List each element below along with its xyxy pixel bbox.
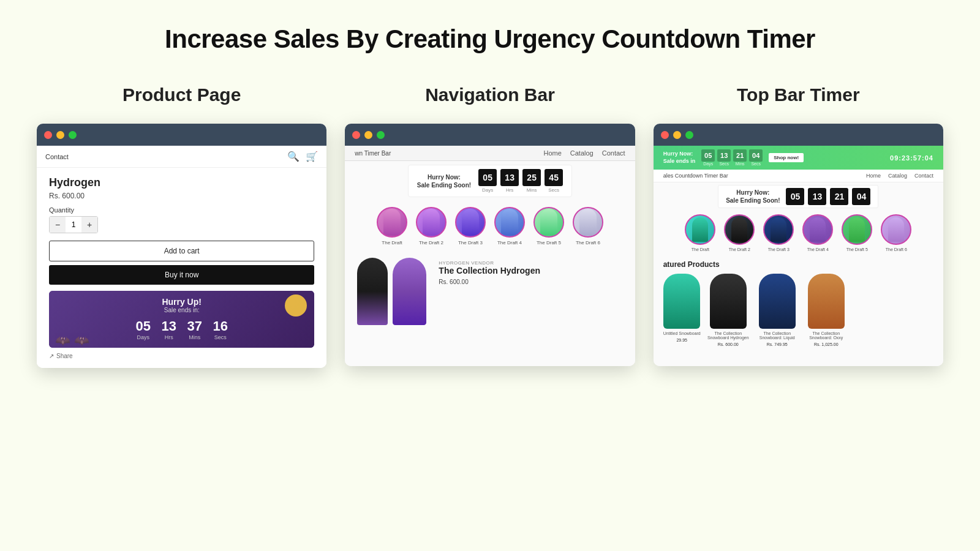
product-circle-5[interactable]: The Draft 5 (533, 207, 564, 246)
shop-now-button[interactable]: Shop now! (769, 153, 804, 162)
product-page-browser: Contact 🔍 🛒 Hydrogen Rs. 600.00 Quantity… (37, 124, 326, 368)
nav-block-secs: 45 Secs (545, 169, 563, 193)
circle-img-4 (494, 207, 525, 238)
topbar-block-mins: 21 Mins (733, 149, 747, 166)
qty-minus[interactable]: − (50, 217, 66, 233)
nav-home[interactable]: Home (543, 149, 561, 157)
nav-block-mins: 25 Mins (522, 169, 541, 193)
product-page-content: Contact 🔍 🛒 Hydrogen Rs. 600.00 Quantity… (37, 146, 326, 368)
page-title: Increase Sales By Creating Urgency Count… (37, 24, 943, 54)
nav-countdown-bar: Hurry Now: Sale Ending Soon! 05 Days 13 (345, 161, 635, 201)
topbar-circle-img-1 (685, 214, 715, 245)
sections-row: Product Page Contact 🔍 🛒 (37, 84, 943, 368)
quantity-stepper: − 1 + (49, 216, 98, 233)
snowboard-purple (393, 258, 426, 325)
nav-countdown-text: Hurry Now: Sale Ending Soon! (417, 173, 471, 189)
fp4-img (808, 274, 845, 329)
topbar-circle-3[interactable]: The Draft 3 (763, 214, 794, 252)
section-top-bar-timer-title: Top Bar Timer (737, 84, 860, 105)
top-bar-timer-content: Hurry Now: Sale ends in 05 Days 13 (654, 146, 943, 366)
topbar-block-hrs: 13 Secs (717, 149, 731, 166)
circle-img-6 (573, 207, 603, 238)
nav-contact[interactable]: Contact (602, 149, 625, 157)
product-circle-4[interactable]: The Draft 4 (494, 207, 525, 246)
dot-yellow[interactable] (364, 131, 372, 139)
countdown-secs: 16 Secs (211, 318, 230, 340)
featured-title: atured Products (663, 260, 933, 269)
product-circle-3[interactable]: The Draft 3 (455, 207, 486, 246)
nav-brand: wn Timer Bar (355, 150, 391, 157)
navigation-bar-content: wn Timer Bar Home Catalog Contact Hurry … (345, 146, 635, 366)
countdown-hrs: 13 Hrs (159, 318, 179, 340)
topbar-nav-contact[interactable]: Contact (914, 173, 933, 179)
countdown-blocks: 05 Days 13 Hrs 37 Mins (58, 318, 306, 340)
topbar-inner-countdown: Hurry Now: Sale Ending Soon! 05 13 (654, 182, 943, 211)
topbar-hurry-text: Hurry Now: Sale ends in (663, 151, 696, 165)
topbar-circle-1[interactable]: The Draft (685, 214, 715, 252)
fp1-img (663, 274, 700, 329)
share-label[interactable]: Share (56, 353, 73, 359)
browser-titlebar-product (37, 124, 326, 146)
topbar-nav-home[interactable]: Home (866, 173, 881, 179)
topbar-block-secs: 04 Secs (749, 149, 763, 166)
topbar-nav-catalog[interactable]: Catalog (888, 173, 907, 179)
featured-product-2[interactable]: The Collection Snowboard Hydrogen Rs. 60… (707, 274, 750, 347)
dot-green[interactable] (685, 131, 693, 139)
topbar-circle-img-3 (763, 214, 794, 245)
share-row: ↗ Share (49, 353, 314, 359)
topbar-circle-5[interactable]: The Draft 5 (842, 214, 872, 252)
featured-product-1[interactable]: Untitled Snowboard 29.95 (663, 274, 701, 347)
search-icon[interactable]: 🔍 (287, 151, 300, 162)
topbar-circle-2[interactable]: The Draft 2 (724, 214, 755, 252)
section-product-page-title: Product Page (123, 84, 241, 105)
cart-icon[interactable]: 🛒 (306, 151, 318, 162)
product-price: Rs. 600.00 (49, 192, 314, 200)
dot-red[interactable] (44, 131, 52, 139)
countdown-mins: 37 Mins (185, 318, 205, 340)
topbar-inner-countdown-bar: Hurry Now: Sale Ending Soon! 05 13 (718, 185, 878, 208)
buy-now-button[interactable]: Buy it now (49, 265, 314, 285)
topbar-green-bar: Hurry Now: Sale ends in 05 Days 13 (654, 146, 943, 170)
featured-product-3[interactable]: The Collection Snowboard: Liquid Rs. 749… (756, 274, 799, 347)
dot-green[interactable] (69, 131, 77, 139)
share-icon: ↗ (49, 353, 54, 359)
topbar-inner-block-mins: 21 (830, 188, 848, 205)
section-navigation-bar: Navigation Bar wn Timer Bar Home Catalog… (345, 84, 635, 366)
page-wrapper: Increase Sales By Creating Urgency Count… (0, 0, 980, 392)
product-nav: Contact 🔍 🛒 (37, 146, 326, 168)
dot-red[interactable] (352, 131, 360, 139)
featured-product-4[interactable]: The Collection Snowboard: Oxxy Rs. 1,025… (805, 274, 848, 347)
product-circle-6[interactable]: The Draft 6 (573, 207, 603, 246)
qty-value: 1 (66, 220, 81, 229)
product-circle-2[interactable]: The Draft 2 (416, 207, 447, 246)
navigation-bar-browser: wn Timer Bar Home Catalog Contact Hurry … (345, 124, 635, 366)
add-to-cart-button[interactable]: Add to cart (49, 241, 314, 261)
product-body: Hydrogen Rs. 600.00 Quantity − 1 + Add t… (37, 168, 326, 368)
nav-top-bar: wn Timer Bar Home Catalog Contact (345, 146, 635, 161)
topbar-inner-block-hrs: 13 (808, 188, 826, 205)
contact-link[interactable]: Contact (45, 153, 69, 160)
dot-yellow[interactable] (673, 131, 681, 139)
nav-countdown-inner: Hurry Now: Sale Ending Soon! 05 Days 13 (408, 165, 572, 197)
dot-yellow[interactable] (56, 131, 64, 139)
section-top-bar-timer: Top Bar Timer Hurry Now: Sale ends in (654, 84, 943, 366)
product-circle-1[interactable]: The Draft (377, 207, 407, 246)
countdown-widget: 🦇 🦇 Hurry Up! Sale ends in: 05 Days 13 (49, 291, 314, 348)
circle-img-5 (533, 207, 564, 238)
countdown-title: Hurry Up! (58, 297, 306, 307)
topbar-featured: atured Products Untitled Snowboard 29.95… (654, 255, 943, 351)
browser-titlebar-topbar (654, 124, 943, 146)
section-navigation-bar-title: Navigation Bar (425, 84, 555, 105)
fp3-img (759, 274, 796, 329)
topbar-product-circles: The Draft The Draft 2 The (654, 211, 943, 255)
section-product-page: Product Page Contact 🔍 🛒 (37, 84, 326, 368)
nav-catalog[interactable]: Catalog (570, 149, 594, 157)
topbar-inner-block-days: 05 (786, 188, 804, 205)
countdown-days: 05 Days (134, 318, 153, 340)
topbar-circle-6[interactable]: The Draft 6 (881, 214, 911, 252)
dot-green[interactable] (377, 131, 385, 139)
topbar-nav: ales Countdown Timer Bar Home Catalog Co… (654, 170, 943, 182)
dot-red[interactable] (661, 131, 669, 139)
topbar-circle-4[interactable]: The Draft 4 (802, 214, 833, 252)
qty-plus[interactable]: + (81, 217, 97, 233)
